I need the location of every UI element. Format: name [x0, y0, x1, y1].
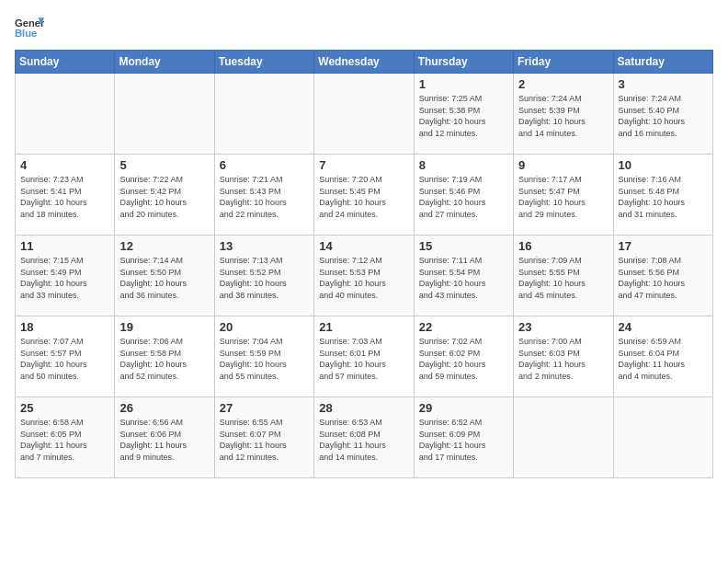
calendar-week-3: 11Sunrise: 7:15 AM Sunset: 5:49 PM Dayli… [16, 236, 713, 316]
day-number: 21 [319, 320, 408, 334]
calendar-cell: 22Sunrise: 7:02 AM Sunset: 6:02 PM Dayli… [414, 316, 513, 397]
logo: General Blue [15, 15, 44, 40]
day-info: Sunrise: 7:20 AM Sunset: 5:45 PM Dayligh… [319, 174, 408, 220]
day-info: Sunrise: 7:25 AM Sunset: 5:38 PM Dayligh… [419, 93, 508, 139]
calendar-cell: 26Sunrise: 6:56 AM Sunset: 6:06 PM Dayli… [115, 397, 214, 478]
calendar-week-4: 18Sunrise: 7:07 AM Sunset: 5:57 PM Dayli… [16, 316, 713, 397]
calendar-cell: 1Sunrise: 7:25 AM Sunset: 5:38 PM Daylig… [414, 74, 513, 155]
day-info: Sunrise: 7:14 AM Sunset: 5:50 PM Dayligh… [119, 255, 209, 301]
day-number: 5 [119, 158, 209, 172]
day-info: Sunrise: 7:12 AM Sunset: 5:53 PM Dayligh… [319, 255, 408, 301]
day-number: 9 [518, 158, 608, 172]
day-number: 4 [20, 158, 109, 172]
day-number: 18 [20, 320, 109, 334]
day-number: 12 [119, 239, 209, 253]
calendar-cell: 23Sunrise: 7:00 AM Sunset: 6:03 PM Dayli… [514, 316, 613, 397]
day-info: Sunrise: 7:11 AM Sunset: 5:54 PM Dayligh… [419, 255, 508, 301]
calendar-cell: 18Sunrise: 7:07 AM Sunset: 5:57 PM Dayli… [16, 316, 115, 397]
calendar-cell [514, 397, 613, 478]
day-info: Sunrise: 6:53 AM Sunset: 6:08 PM Dayligh… [319, 417, 408, 463]
day-number: 14 [319, 239, 408, 253]
day-number: 11 [20, 239, 109, 253]
day-number: 2 [518, 77, 608, 91]
calendar-cell [314, 74, 414, 155]
calendar-cell: 27Sunrise: 6:55 AM Sunset: 6:07 PM Dayli… [214, 397, 313, 478]
day-info: Sunrise: 6:55 AM Sunset: 6:07 PM Dayligh… [220, 417, 309, 463]
day-info: Sunrise: 7:03 AM Sunset: 6:01 PM Dayligh… [319, 336, 408, 382]
calendar-cell: 11Sunrise: 7:15 AM Sunset: 5:49 PM Dayli… [16, 236, 115, 316]
day-info: Sunrise: 7:23 AM Sunset: 5:41 PM Dayligh… [20, 174, 109, 220]
day-info: Sunrise: 7:07 AM Sunset: 5:57 PM Dayligh… [20, 336, 109, 382]
day-number: 28 [319, 401, 408, 415]
day-number: 7 [319, 158, 408, 172]
day-number: 16 [518, 239, 608, 253]
logo-icon: General Blue [15, 15, 44, 40]
calendar-cell: 5Sunrise: 7:22 AM Sunset: 5:42 PM Daylig… [115, 155, 214, 236]
day-number: 25 [20, 401, 109, 415]
day-info: Sunrise: 6:56 AM Sunset: 6:06 PM Dayligh… [119, 417, 209, 463]
calendar-header: SundayMondayTuesdayWednesdayThursdayFrid… [16, 51, 713, 74]
day-info: Sunrise: 7:02 AM Sunset: 6:02 PM Dayligh… [419, 336, 508, 382]
day-number: 17 [619, 239, 708, 253]
day-number: 23 [518, 320, 608, 334]
day-header-friday: Friday [514, 51, 613, 74]
calendar-cell: 21Sunrise: 7:03 AM Sunset: 6:01 PM Dayli… [314, 316, 414, 397]
calendar-cell: 19Sunrise: 7:06 AM Sunset: 5:58 PM Dayli… [115, 316, 214, 397]
day-header-tuesday: Tuesday [214, 51, 313, 74]
calendar-week-2: 4Sunrise: 7:23 AM Sunset: 5:41 PM Daylig… [16, 155, 713, 236]
day-info: Sunrise: 7:15 AM Sunset: 5:49 PM Dayligh… [20, 255, 109, 301]
calendar-cell: 29Sunrise: 6:52 AM Sunset: 6:09 PM Dayli… [414, 397, 513, 478]
calendar-cell [613, 397, 712, 478]
day-header-thursday: Thursday [414, 51, 513, 74]
day-number: 20 [220, 320, 309, 334]
calendar-cell: 17Sunrise: 7:08 AM Sunset: 5:56 PM Dayli… [613, 236, 712, 316]
day-info: Sunrise: 7:04 AM Sunset: 5:59 PM Dayligh… [220, 336, 309, 382]
day-info: Sunrise: 7:08 AM Sunset: 5:56 PM Dayligh… [619, 255, 708, 301]
calendar-cell: 3Sunrise: 7:24 AM Sunset: 5:40 PM Daylig… [613, 74, 712, 155]
calendar-cell: 7Sunrise: 7:20 AM Sunset: 5:45 PM Daylig… [314, 155, 414, 236]
day-number: 10 [619, 158, 708, 172]
day-info: Sunrise: 7:22 AM Sunset: 5:42 PM Dayligh… [119, 174, 209, 220]
calendar-cell: 2Sunrise: 7:24 AM Sunset: 5:39 PM Daylig… [514, 74, 613, 155]
calendar-table: SundayMondayTuesdayWednesdayThursdayFrid… [15, 50, 713, 478]
calendar-cell: 28Sunrise: 6:53 AM Sunset: 6:08 PM Dayli… [314, 397, 414, 478]
day-info: Sunrise: 7:24 AM Sunset: 5:39 PM Dayligh… [518, 93, 608, 139]
calendar-cell: 10Sunrise: 7:16 AM Sunset: 5:48 PM Dayli… [613, 155, 712, 236]
day-info: Sunrise: 7:13 AM Sunset: 5:52 PM Dayligh… [220, 255, 309, 301]
day-info: Sunrise: 7:16 AM Sunset: 5:48 PM Dayligh… [619, 174, 708, 220]
calendar-cell [214, 74, 313, 155]
day-info: Sunrise: 7:17 AM Sunset: 5:47 PM Dayligh… [518, 174, 608, 220]
day-header-sunday: Sunday [16, 51, 115, 74]
day-info: Sunrise: 7:24 AM Sunset: 5:40 PM Dayligh… [619, 93, 708, 139]
day-number: 27 [220, 401, 309, 415]
day-header-saturday: Saturday [613, 51, 712, 74]
day-info: Sunrise: 6:59 AM Sunset: 6:04 PM Dayligh… [619, 336, 708, 382]
calendar-cell: 20Sunrise: 7:04 AM Sunset: 5:59 PM Dayli… [214, 316, 313, 397]
calendar-cell: 24Sunrise: 6:59 AM Sunset: 6:04 PM Dayli… [613, 316, 712, 397]
page-header: General Blue [15, 15, 713, 40]
calendar-cell: 9Sunrise: 7:17 AM Sunset: 5:47 PM Daylig… [514, 155, 613, 236]
calendar-cell: 15Sunrise: 7:11 AM Sunset: 5:54 PM Dayli… [414, 236, 513, 316]
calendar-week-5: 25Sunrise: 6:58 AM Sunset: 6:05 PM Dayli… [16, 397, 713, 478]
day-number: 15 [419, 239, 508, 253]
day-number: 8 [419, 158, 508, 172]
calendar-cell [16, 74, 115, 155]
calendar-week-1: 1Sunrise: 7:25 AM Sunset: 5:38 PM Daylig… [16, 74, 713, 155]
day-info: Sunrise: 7:19 AM Sunset: 5:46 PM Dayligh… [419, 174, 508, 220]
calendar-cell: 6Sunrise: 7:21 AM Sunset: 5:43 PM Daylig… [214, 155, 313, 236]
calendar-cell: 4Sunrise: 7:23 AM Sunset: 5:41 PM Daylig… [16, 155, 115, 236]
calendar-cell: 12Sunrise: 7:14 AM Sunset: 5:50 PM Dayli… [115, 236, 214, 316]
day-number: 1 [419, 77, 508, 91]
svg-text:Blue: Blue [15, 28, 37, 39]
day-number: 22 [419, 320, 508, 334]
day-info: Sunrise: 7:09 AM Sunset: 5:55 PM Dayligh… [518, 255, 608, 301]
day-header-wednesday: Wednesday [314, 51, 414, 74]
day-number: 13 [220, 239, 309, 253]
day-number: 24 [619, 320, 708, 334]
day-number: 6 [220, 158, 309, 172]
day-number: 26 [119, 401, 209, 415]
calendar-cell: 14Sunrise: 7:12 AM Sunset: 5:53 PM Dayli… [314, 236, 414, 316]
day-info: Sunrise: 7:06 AM Sunset: 5:58 PM Dayligh… [119, 336, 209, 382]
day-info: Sunrise: 7:00 AM Sunset: 6:03 PM Dayligh… [518, 336, 608, 382]
day-number: 29 [419, 401, 508, 415]
